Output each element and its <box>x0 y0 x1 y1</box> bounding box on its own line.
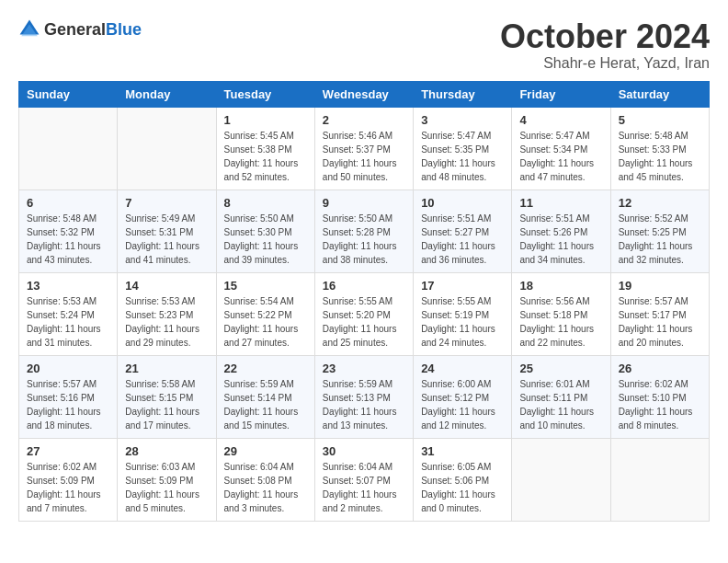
day-info: Sunrise: 6:04 AMSunset: 5:08 PMDaylight:… <box>224 460 307 515</box>
day-number: 1 <box>224 113 307 127</box>
location-title: Shahr-e Herat, Yazd, Iran <box>500 55 710 72</box>
day-number: 22 <box>224 362 307 375</box>
day-number: 6 <box>27 196 109 210</box>
day-number: 16 <box>323 279 405 293</box>
day-number: 19 <box>619 279 701 293</box>
calendar-week-row: 6Sunrise: 5:48 AMSunset: 5:32 PMDaylight… <box>19 190 710 272</box>
calendar-cell: 14Sunrise: 5:53 AMSunset: 5:23 PMDayligh… <box>118 272 216 355</box>
day-info: Sunrise: 5:45 AMSunset: 5:38 PMDaylight:… <box>224 129 307 184</box>
calendar-cell: 9Sunrise: 5:50 AMSunset: 5:28 PMDaylight… <box>314 190 413 272</box>
day-info: Sunrise: 5:59 AMSunset: 5:13 PMDaylight:… <box>323 377 405 432</box>
day-number: 7 <box>125 196 208 210</box>
day-info: Sunrise: 5:51 AMSunset: 5:26 PMDaylight:… <box>519 212 602 267</box>
calendar-cell: 19Sunrise: 5:57 AMSunset: 5:17 PMDayligh… <box>610 272 709 355</box>
calendar-cell: 27Sunrise: 6:02 AMSunset: 5:09 PMDayligh… <box>19 438 118 521</box>
day-number: 9 <box>323 196 405 210</box>
logo-text-general: General <box>44 20 106 39</box>
day-info: Sunrise: 5:58 AMSunset: 5:15 PMDaylight:… <box>125 377 208 432</box>
calendar-cell: 29Sunrise: 6:04 AMSunset: 5:08 PMDayligh… <box>216 438 314 521</box>
calendar-cell: 28Sunrise: 6:03 AMSunset: 5:09 PMDayligh… <box>118 438 216 521</box>
day-info: Sunrise: 6:03 AMSunset: 5:09 PMDaylight:… <box>125 460 208 515</box>
calendar-cell: 17Sunrise: 5:55 AMSunset: 5:19 PMDayligh… <box>414 272 512 355</box>
day-info: Sunrise: 6:01 AMSunset: 5:11 PMDaylight:… <box>519 377 602 432</box>
day-number: 11 <box>519 196 602 210</box>
title-section: October 2024 Shahr-e Herat, Yazd, Iran <box>500 18 710 72</box>
day-number: 8 <box>224 196 307 210</box>
day-info: Sunrise: 5:53 AMSunset: 5:24 PMDaylight:… <box>27 294 109 350</box>
logo: GeneralBlue <box>18 18 142 40</box>
day-number: 4 <box>519 113 602 127</box>
day-number: 17 <box>421 279 504 293</box>
logo-text-blue: Blue <box>106 20 142 39</box>
calendar-cell: 12Sunrise: 5:52 AMSunset: 5:25 PMDayligh… <box>610 190 709 272</box>
day-number: 25 <box>519 362 602 375</box>
calendar-cell <box>512 438 610 521</box>
day-number: 5 <box>619 113 701 127</box>
calendar-cell: 31Sunrise: 6:05 AMSunset: 5:06 PMDayligh… <box>414 438 512 521</box>
day-number: 29 <box>224 444 307 458</box>
calendar-cell: 4Sunrise: 5:47 AMSunset: 5:34 PMDaylight… <box>512 107 610 190</box>
day-info: Sunrise: 5:47 AMSunset: 5:35 PMDaylight:… <box>421 129 504 184</box>
calendar-cell: 1Sunrise: 5:45 AMSunset: 5:38 PMDaylight… <box>216 107 314 190</box>
day-info: Sunrise: 5:59 AMSunset: 5:14 PMDaylight:… <box>224 377 307 432</box>
calendar-cell: 3Sunrise: 5:47 AMSunset: 5:35 PMDaylight… <box>414 107 512 190</box>
day-info: Sunrise: 6:02 AMSunset: 5:10 PMDaylight:… <box>619 377 701 432</box>
day-info: Sunrise: 5:50 AMSunset: 5:30 PMDaylight:… <box>224 212 307 267</box>
calendar-cell: 30Sunrise: 6:04 AMSunset: 5:07 PMDayligh… <box>314 438 413 521</box>
calendar-cell: 23Sunrise: 5:59 AMSunset: 5:13 PMDayligh… <box>314 355 413 438</box>
day-number: 3 <box>421 113 504 127</box>
day-info: Sunrise: 5:50 AMSunset: 5:28 PMDaylight:… <box>323 212 405 267</box>
day-info: Sunrise: 5:46 AMSunset: 5:37 PMDaylight:… <box>323 129 405 184</box>
day-info: Sunrise: 5:57 AMSunset: 5:17 PMDaylight:… <box>619 294 701 350</box>
calendar-cell: 25Sunrise: 6:01 AMSunset: 5:11 PMDayligh… <box>512 355 610 438</box>
day-number: 21 <box>125 362 208 375</box>
calendar-cell: 13Sunrise: 5:53 AMSunset: 5:24 PMDayligh… <box>19 272 118 355</box>
day-info: Sunrise: 5:54 AMSunset: 5:22 PMDaylight:… <box>224 294 307 350</box>
calendar-cell: 10Sunrise: 5:51 AMSunset: 5:27 PMDayligh… <box>414 190 512 272</box>
day-info: Sunrise: 5:53 AMSunset: 5:23 PMDaylight:… <box>125 294 208 350</box>
day-number: 30 <box>323 444 405 458</box>
calendar-cell: 7Sunrise: 5:49 AMSunset: 5:31 PMDaylight… <box>118 190 216 272</box>
calendar-cell <box>118 107 216 190</box>
day-number: 13 <box>27 279 109 293</box>
day-info: Sunrise: 6:05 AMSunset: 5:06 PMDaylight:… <box>421 460 504 515</box>
calendar-cell <box>19 107 118 190</box>
calendar-cell: 20Sunrise: 5:57 AMSunset: 5:16 PMDayligh… <box>19 355 118 438</box>
day-number: 24 <box>421 362 504 375</box>
calendar-cell: 22Sunrise: 5:59 AMSunset: 5:14 PMDayligh… <box>216 355 314 438</box>
calendar-cell: 5Sunrise: 5:48 AMSunset: 5:33 PMDaylight… <box>610 107 709 190</box>
day-info: Sunrise: 6:02 AMSunset: 5:09 PMDaylight:… <box>27 460 109 515</box>
day-number: 23 <box>323 362 405 375</box>
day-info: Sunrise: 6:00 AMSunset: 5:12 PMDaylight:… <box>421 377 504 432</box>
calendar-header-friday: Friday <box>512 81 610 107</box>
calendar-header-thursday: Thursday <box>414 81 512 107</box>
day-number: 10 <box>421 196 504 210</box>
calendar-header-row: SundayMondayTuesdayWednesdayThursdayFrid… <box>19 81 710 107</box>
day-info: Sunrise: 5:57 AMSunset: 5:16 PMDaylight:… <box>27 377 109 432</box>
day-info: Sunrise: 5:47 AMSunset: 5:34 PMDaylight:… <box>519 129 602 184</box>
day-info: Sunrise: 5:55 AMSunset: 5:19 PMDaylight:… <box>421 294 504 350</box>
day-number: 28 <box>125 444 208 458</box>
day-info: Sunrise: 5:51 AMSunset: 5:27 PMDaylight:… <box>421 212 504 267</box>
calendar-week-row: 20Sunrise: 5:57 AMSunset: 5:16 PMDayligh… <box>19 355 710 438</box>
calendar-week-row: 1Sunrise: 5:45 AMSunset: 5:38 PMDaylight… <box>19 107 710 190</box>
calendar-header-monday: Monday <box>118 81 216 107</box>
day-number: 20 <box>27 362 109 375</box>
day-info: Sunrise: 5:48 AMSunset: 5:32 PMDaylight:… <box>27 212 109 267</box>
day-number: 27 <box>27 444 109 458</box>
day-number: 31 <box>421 444 504 458</box>
day-info: Sunrise: 5:49 AMSunset: 5:31 PMDaylight:… <box>125 212 208 267</box>
calendar-cell: 24Sunrise: 6:00 AMSunset: 5:12 PMDayligh… <box>414 355 512 438</box>
month-title: October 2024 <box>500 18 710 55</box>
calendar-header-tuesday: Tuesday <box>216 81 314 107</box>
calendar-cell <box>610 438 709 521</box>
calendar-header-saturday: Saturday <box>610 81 709 107</box>
calendar-week-row: 27Sunrise: 6:02 AMSunset: 5:09 PMDayligh… <box>19 438 710 521</box>
calendar-header-wednesday: Wednesday <box>314 81 413 107</box>
day-info: Sunrise: 5:56 AMSunset: 5:18 PMDaylight:… <box>519 294 602 350</box>
calendar-cell: 11Sunrise: 5:51 AMSunset: 5:26 PMDayligh… <box>512 190 610 272</box>
day-info: Sunrise: 6:04 AMSunset: 5:07 PMDaylight:… <box>323 460 405 515</box>
day-info: Sunrise: 5:48 AMSunset: 5:33 PMDaylight:… <box>619 129 701 184</box>
day-info: Sunrise: 5:52 AMSunset: 5:25 PMDaylight:… <box>619 212 701 267</box>
calendar-cell: 18Sunrise: 5:56 AMSunset: 5:18 PMDayligh… <box>512 272 610 355</box>
